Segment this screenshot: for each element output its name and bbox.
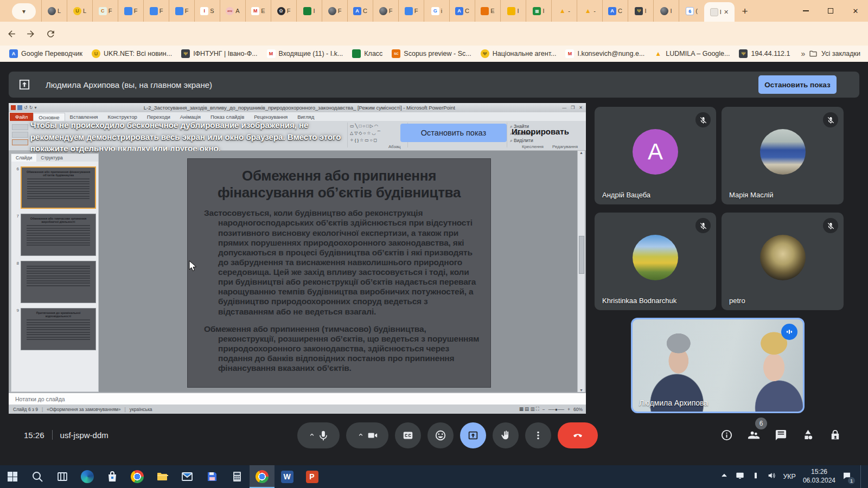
browser-tab[interactable]: ▲-: [551, 0, 577, 22]
scroll-down-icon[interactable]: ▼: [579, 388, 583, 392]
tray-chevron-icon[interactable]: [720, 471, 729, 482]
taskbar-store-button[interactable]: [100, 465, 125, 488]
browser-tab[interactable]: I✕: [704, 2, 735, 22]
chat-button[interactable]: [775, 429, 787, 444]
browser-tab[interactable]: ▲-: [577, 0, 602, 22]
show-desktop-button[interactable]: [860, 465, 863, 488]
ppt-restore[interactable]: ❐: [571, 105, 575, 110]
ppt-shapes-gallery[interactable]: ▭╲□○□▷◠△▽◇○☆◡⌒✧{}☆▭○◻: [350, 123, 400, 144]
taskbar-chrome-button[interactable]: [125, 465, 150, 488]
save-icon[interactable]: [17, 105, 22, 110]
language-switcher[interactable]: УКР: [783, 473, 796, 480]
usb-tray-icon[interactable]: [751, 471, 760, 482]
browser-tab[interactable]: AC: [602, 0, 628, 22]
warning-ignore-button[interactable]: Игнорировать: [512, 127, 569, 136]
bookmark-item[interactable]: MI.konsevich@nung.e...: [565, 49, 644, 58]
slide-thumbnail[interactable]: 8: [12, 261, 96, 303]
browser-tab[interactable]: IS: [194, 0, 220, 22]
zoom-in-icon[interactable]: +: [567, 407, 570, 412]
reactions-button[interactable]: [427, 422, 454, 448]
volume-tray-icon[interactable]: [767, 471, 776, 482]
chevron-up-icon[interactable]: [308, 430, 316, 441]
new-tab-button[interactable]: +: [738, 4, 752, 18]
browser-tab[interactable]: F: [118, 0, 143, 22]
ppt-minimize[interactable]: —: [562, 105, 566, 110]
taskbar-mail-button[interactable]: [175, 465, 200, 488]
display-tray-icon[interactable]: [736, 471, 744, 482]
bookmark-item[interactable]: UUKR.NET: Всі новин...: [92, 49, 172, 58]
forward-button[interactable]: [23, 25, 39, 42]
ppt-editing-command[interactable]: ⌕ Виділити: [510, 137, 533, 144]
browser-tab[interactable]: ΨI: [628, 0, 653, 22]
bookmark-item[interactable]: SCScopus preview - Sc...: [392, 49, 471, 58]
maximize-button[interactable]: [818, 0, 843, 22]
slide-thumbnail[interactable]: 9Притягнення до кримінальної відповідаль…: [12, 308, 96, 350]
more-button[interactable]: [525, 422, 551, 448]
reload-button[interactable]: [42, 25, 59, 42]
taskbar-word-button[interactable]: W: [275, 465, 299, 488]
taskbar-chrome-active-button[interactable]: [250, 465, 275, 488]
browser-tab[interactable]: CF: [92, 0, 118, 22]
warning-stop-presenting-button[interactable]: Остановить показ: [400, 124, 507, 142]
browser-tab[interactable]: F: [373, 0, 398, 22]
bookmarks-overflow-chevron[interactable]: »: [801, 49, 806, 58]
browser-tab[interactable]: Gi: [424, 0, 449, 22]
minimize-button[interactable]: [793, 0, 818, 22]
taskbar-taskview-button[interactable]: [50, 465, 75, 488]
zoom-out-icon[interactable]: −: [542, 407, 545, 412]
browser-tab[interactable]: UL: [67, 0, 92, 22]
bookmark-item[interactable]: ΨІФНТУНГ | Івано-Ф...: [181, 49, 257, 58]
end-call-button[interactable]: [558, 422, 598, 448]
browser-tab[interactable]: I: [296, 0, 322, 22]
browser-tab[interactable]: ▦I: [526, 0, 551, 22]
zoom-slider[interactable]: ──●──: [548, 407, 564, 412]
bookmark-item[interactable]: AGoogle Переводчик: [9, 49, 82, 58]
browser-tab[interactable]: MЕ: [245, 0, 271, 22]
tab-search-button[interactable]: ▾: [12, 3, 36, 20]
tab-close-icon[interactable]: ✕: [724, 9, 729, 16]
taskbar-calculator-button[interactable]: [225, 465, 250, 488]
stop-presenting-button[interactable]: Остановить показ: [758, 75, 837, 94]
close-button[interactable]: ✕: [843, 0, 868, 22]
browser-tab[interactable]: AC: [347, 0, 373, 22]
view-buttons[interactable]: ▦ ▤ ▥ ⛶: [519, 406, 539, 412]
browser-tab[interactable]: 6(: [679, 0, 704, 22]
taskbar-search-button[interactable]: [25, 465, 50, 488]
participant-tile[interactable]: Khristinkaa Bodnarchuk: [595, 213, 716, 310]
mic-button[interactable]: [297, 422, 340, 448]
taskbar-floppy-button[interactable]: [200, 465, 225, 488]
bookmark-item[interactable]: ▲LUDMILA – Google...: [654, 49, 730, 58]
all-bookmarks-button[interactable]: Усі закладки: [809, 49, 860, 58]
browser-tab[interactable]: F: [322, 0, 347, 22]
browser-tab[interactable]: ✿F: [271, 0, 296, 22]
scrollbar-thumb[interactable]: [579, 236, 584, 274]
scroll-up-icon[interactable]: ▲: [579, 151, 583, 155]
bookmark-item[interactable]: ΨНаціональне агент...: [481, 49, 557, 58]
action-center-icon[interactable]: 1: [843, 471, 851, 482]
browser-tab[interactable]: F: [169, 0, 194, 22]
browser-tab[interactable]: ercA: [220, 0, 245, 22]
browser-tab[interactable]: L: [41, 0, 67, 22]
ppt-panel-tab[interactable]: Слайди: [11, 154, 36, 162]
slide-thumbnail[interactable]: 7Обмеження або тимчасове зупинення вироб…: [12, 214, 96, 256]
activities-button[interactable]: [802, 429, 814, 444]
host-controls-button[interactable]: [829, 429, 841, 444]
raise-hand-button[interactable]: [493, 422, 519, 448]
bookmark-item[interactable]: Класс: [352, 49, 382, 58]
participant-tile[interactable]: ААндрій Вацеба: [595, 107, 716, 204]
chevron-up-icon[interactable]: [356, 430, 365, 441]
cam-button[interactable]: [346, 422, 388, 448]
browser-tab[interactable]: F: [143, 0, 169, 22]
redo-icon[interactable]: ↻: [29, 105, 33, 110]
participant-tile[interactable]: petro: [722, 213, 844, 310]
browser-tab[interactable]: Е: [475, 0, 500, 22]
ppt-panel-tab[interactable]: Структура: [36, 154, 67, 162]
ppt-close[interactable]: ✕: [579, 105, 583, 110]
ppt-file-tab[interactable]: Файл: [10, 113, 33, 121]
participant-tile[interactable]: Марія Маслій: [722, 107, 844, 204]
taskbar-clock[interactable]: 15:26 06.03.2024: [803, 468, 835, 485]
taskbar-start-button[interactable]: [0, 465, 25, 488]
browser-tab[interactable]: AC: [449, 0, 475, 22]
undo-icon[interactable]: ↺: [24, 105, 28, 110]
slide-thumbnail[interactable]: 6Обмеження або припинення фінансування о…: [12, 166, 96, 209]
